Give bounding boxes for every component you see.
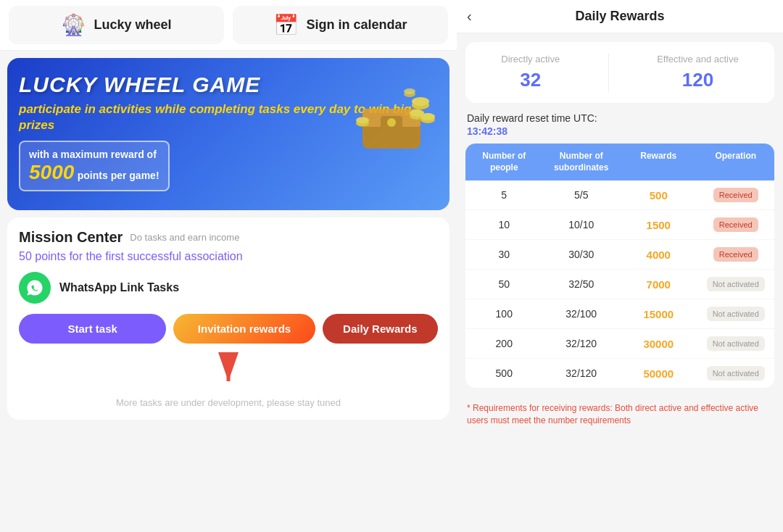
right-panel-title: Daily Rewards bbox=[575, 9, 664, 24]
status-badge[interactable]: Not activated bbox=[707, 336, 765, 351]
td-people: 30 bbox=[465, 249, 543, 260]
right-header: ‹ Daily Rewards bbox=[457, 0, 783, 33]
directly-active-label: Directly active bbox=[501, 54, 560, 65]
mission-buttons: Start task Invitation rewards Daily Rewa… bbox=[19, 314, 438, 344]
td-reward: 500 bbox=[620, 189, 697, 201]
effective-active-label: Effective and active bbox=[657, 54, 739, 65]
rewards-table: Number ofpeople Number ofsubordinates Re… bbox=[465, 144, 774, 388]
status-badge[interactable]: Received bbox=[713, 247, 758, 262]
td-operation[interactable]: Received bbox=[697, 188, 775, 202]
daily-rewards-button[interactable]: Daily Rewards bbox=[323, 314, 438, 344]
td-subordinates: 32/50 bbox=[543, 278, 621, 290]
footer-note: * Requirements for receiving rewards: Bo… bbox=[457, 396, 783, 437]
td-reward: 1500 bbox=[620, 219, 697, 231]
banner-coins-decoration bbox=[341, 65, 442, 173]
th-people: Number ofpeople bbox=[465, 151, 543, 173]
table-row: 30 30/30 4000 Received bbox=[465, 240, 774, 270]
td-subordinates: 32/120 bbox=[543, 367, 621, 379]
td-people: 100 bbox=[465, 308, 543, 320]
td-people: 5 bbox=[465, 189, 543, 201]
tab-sign-calendar[interactable]: 📅 Sign in calendar bbox=[233, 6, 448, 44]
th-rewards: Rewards bbox=[620, 151, 697, 173]
td-reward: 7000 bbox=[620, 278, 697, 291]
td-subordinates: 30/30 bbox=[543, 249, 621, 260]
arrow-indicator bbox=[19, 352, 438, 391]
td-reward: 4000 bbox=[620, 249, 697, 261]
table-header: Number ofpeople Number ofsubordinates Re… bbox=[465, 144, 774, 180]
mission-promo: 50 points for the first successful assoc… bbox=[19, 250, 438, 263]
td-reward: 50000 bbox=[620, 367, 697, 380]
td-people: 500 bbox=[465, 367, 543, 379]
td-subordinates: 32/100 bbox=[543, 308, 621, 320]
td-operation[interactable]: Not activated bbox=[697, 277, 775, 291]
svg-point-3 bbox=[387, 118, 396, 127]
table-row: 10 10/10 1500 Received bbox=[465, 210, 774, 240]
mission-center-section: Mission Center Do tasks and earn income … bbox=[7, 217, 450, 420]
task-name: WhatsApp Link Tasks bbox=[59, 281, 179, 294]
reset-time-value: 13:42:38 bbox=[467, 125, 508, 137]
status-badge[interactable]: Not activated bbox=[707, 366, 765, 381]
reset-time-section: Daily reward reset time UTC: 13:42:38 bbox=[457, 112, 783, 144]
tab-lucky-wheel[interactable]: 🎡 Lucky wheel bbox=[9, 6, 224, 44]
invitation-rewards-button[interactable]: Invitation rewards bbox=[173, 314, 315, 344]
banner-reward-prefix: with a maximum reward of bbox=[29, 149, 157, 160]
banner-reward-points: 5000 bbox=[29, 161, 74, 183]
mission-footer: More tasks are under development, please… bbox=[19, 397, 438, 408]
sign-calendar-label: Sign in calendar bbox=[306, 17, 407, 33]
status-badge[interactable]: Received bbox=[713, 188, 758, 202]
status-badge[interactable]: Not activated bbox=[707, 277, 765, 291]
back-button[interactable]: ‹ bbox=[467, 8, 472, 25]
start-task-button[interactable]: Start task bbox=[19, 314, 166, 344]
top-tabs: 🎡 Lucky wheel 📅 Sign in calendar bbox=[0, 0, 457, 51]
th-operation: Operation bbox=[697, 151, 775, 173]
td-reward: 15000 bbox=[620, 308, 697, 320]
stats-card: Directly active 32 Effective and active … bbox=[465, 42, 774, 103]
td-operation[interactable]: Not activated bbox=[697, 336, 775, 351]
banner-reward-suffix: points per game! bbox=[78, 170, 160, 181]
td-subordinates: 10/10 bbox=[543, 219, 621, 230]
td-subordinates: 5/5 bbox=[543, 189, 621, 201]
table-row: 50 32/50 7000 Not activated bbox=[465, 270, 774, 299]
table-row: 200 32/120 30000 Not activated bbox=[465, 329, 774, 359]
table-row: 100 32/100 15000 Not activated bbox=[465, 299, 774, 329]
banner-reward-box: with a maximum reward of 5000 points per… bbox=[19, 141, 170, 191]
td-operation[interactable]: Not activated bbox=[697, 366, 775, 381]
stat-directly-active: Directly active 32 bbox=[501, 54, 560, 91]
sign-calendar-icon: 📅 bbox=[273, 13, 299, 37]
lucky-wheel-banner: LUCKY WHEEL GAME participate in activiti… bbox=[7, 58, 450, 210]
th-subordinates: Number ofsubordinates bbox=[543, 151, 621, 173]
status-badge[interactable]: Not activated bbox=[707, 307, 765, 321]
svg-point-5 bbox=[412, 97, 429, 106]
stat-divider bbox=[608, 54, 609, 91]
mission-header: Mission Center Do tasks and earn income bbox=[19, 229, 438, 246]
svg-point-13 bbox=[404, 88, 415, 94]
effective-active-value: 120 bbox=[657, 69, 739, 91]
td-subordinates: 32/120 bbox=[543, 338, 621, 349]
table-body: 5 5/5 500 Received 10 10/10 1500 Receive… bbox=[465, 180, 774, 388]
lucky-wheel-label: Lucky wheel bbox=[94, 17, 171, 33]
left-panel: 🎡 Lucky wheel 📅 Sign in calendar LUCKY W… bbox=[0, 0, 457, 532]
status-badge[interactable]: Received bbox=[713, 217, 758, 232]
td-people: 200 bbox=[465, 338, 543, 349]
directly-active-value: 32 bbox=[501, 69, 560, 91]
table-row: 500 32/120 50000 Not activated bbox=[465, 359, 774, 388]
td-operation[interactable]: Not activated bbox=[697, 307, 775, 321]
td-people: 50 bbox=[465, 278, 543, 290]
right-panel: ‹ Daily Rewards Directly active 32 Effec… bbox=[457, 0, 783, 532]
td-operation[interactable]: Received bbox=[697, 217, 775, 232]
reset-time-label: Daily reward reset time UTC: bbox=[467, 112, 597, 124]
table-row: 5 5/5 500 Received bbox=[465, 180, 774, 210]
td-people: 10 bbox=[465, 219, 543, 230]
mission-subtitle: Do tasks and earn income bbox=[130, 232, 239, 243]
mission-title: Mission Center bbox=[19, 229, 123, 246]
svg-point-9 bbox=[420, 113, 435, 120]
td-reward: 30000 bbox=[620, 338, 697, 350]
mission-task-row: WhatsApp Link Tasks bbox=[19, 272, 438, 304]
stat-effective-active: Effective and active 120 bbox=[657, 54, 739, 91]
svg-point-11 bbox=[356, 117, 369, 124]
whatsapp-icon bbox=[19, 272, 51, 304]
lucky-wheel-icon: 🎡 bbox=[61, 13, 86, 37]
td-operation[interactable]: Received bbox=[697, 247, 775, 262]
